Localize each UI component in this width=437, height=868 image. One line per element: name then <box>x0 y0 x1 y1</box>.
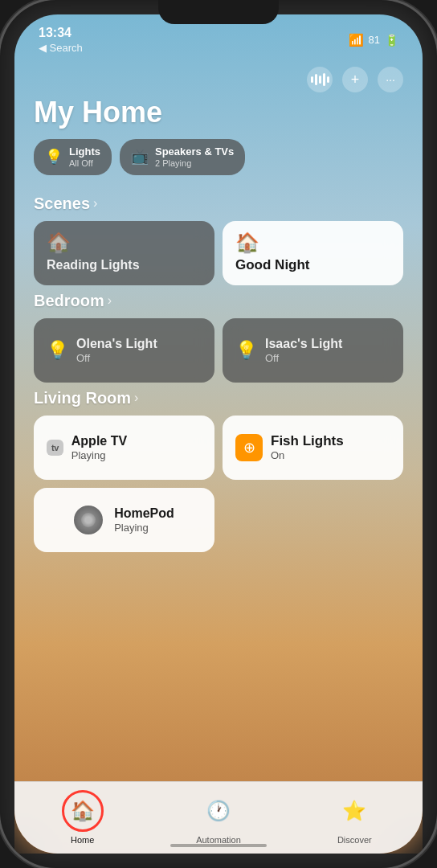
living-room-section-header[interactable]: Living Room › <box>14 383 423 416</box>
add-button[interactable]: + <box>342 67 368 92</box>
waveform-button[interactable] <box>307 67 333 92</box>
notch <box>158 0 279 24</box>
speakers-quick-btn[interactable]: 📺 Speakers & TVs 2 Playing <box>120 139 245 175</box>
discover-tab-label: Discover <box>337 835 372 845</box>
tab-discover[interactable]: ⭐ Discover <box>326 790 382 845</box>
apple-tv-name: Apple TV <box>71 433 127 448</box>
olenas-text: Olena's Light Off <box>76 336 157 364</box>
isaacs-light-card[interactable]: 💡 Isaac's Light Off <box>223 318 403 383</box>
automation-tab-icon-wrap: 🕐 <box>198 790 239 832</box>
olenas-inline: 💡 Olena's Light Off <box>47 336 202 364</box>
page-title: My Home <box>14 92 423 139</box>
living-room-title: Living Room <box>34 389 131 407</box>
scroll-content[interactable]: 13:34 ◀ Search 📶 81 🔋 <box>14 14 423 781</box>
homepod-inner <box>81 513 96 527</box>
speakers-sub: 2 Playing <box>155 158 234 169</box>
status-time: 13:34 <box>39 26 83 40</box>
isaacs-text: Isaac's Light Off <box>265 336 342 364</box>
lights-label: Lights <box>69 145 100 158</box>
good-night-header: 🏠 <box>235 233 390 252</box>
discover-icon: ⭐ <box>342 800 366 822</box>
apple-tv-status: Playing <box>71 449 127 462</box>
apple-tv-inline: tv Apple TV Playing <box>47 433 202 461</box>
phone-screen: 13:34 ◀ Search 📶 81 🔋 <box>14 14 423 854</box>
bedroom-title: Bedroom <box>34 292 104 310</box>
add-icon: + <box>351 72 360 88</box>
bedroom-grid: 💡 Olena's Light Off 💡 Isaac's Light Off <box>14 318 423 383</box>
speakers-btn-text: Speakers & TVs 2 Playing <box>155 145 234 169</box>
lights-btn-text: Lights All Off <box>69 145 100 169</box>
more-button[interactable]: ··· <box>378 67 403 92</box>
tab-bar: 🏠 Home 🕐 Automation ⭐ Discover <box>14 781 423 854</box>
home-icon: 🏠 <box>71 800 95 822</box>
waveform-icon <box>311 72 329 87</box>
homepod-icon <box>74 506 103 534</box>
status-icons: 📶 81 🔋 <box>349 33 398 47</box>
reading-lights-card[interactable]: 🏠 Reading Lights <box>34 221 214 285</box>
good-night-card[interactable]: 🏠 Good Night <box>223 221 403 285</box>
reading-lights-icon: 🏠 <box>47 233 71 252</box>
scenes-grid: 🏠 Reading Lights 🏠 Good Night <box>14 221 423 285</box>
olenas-name: Olena's Light <box>76 336 157 351</box>
home-tab-icon-wrap: 🏠 <box>62 790 104 832</box>
automation-icon: 🕐 <box>206 800 231 822</box>
tab-automation[interactable]: 🕐 Automation <box>190 790 247 845</box>
header-controls: + ··· <box>307 67 403 92</box>
home-indicator <box>170 844 267 847</box>
isaacs-inline: 💡 Isaac's Light Off <box>235 336 390 364</box>
homepod-status: Playing <box>114 522 174 534</box>
fish-lights-card[interactable]: ⊕ Fish Lights On <box>223 416 403 480</box>
scenes-chevron: › <box>93 196 97 211</box>
quick-buttons-row: 💡 Lights All Off 📺 Speakers & TVs 2 Play… <box>14 139 423 188</box>
scenes-section-header[interactable]: Scenes › <box>14 188 423 221</box>
homepod-card[interactable]: HomePod Playing <box>34 488 214 552</box>
reading-lights-name: Reading Lights <box>47 257 202 272</box>
back-button[interactable]: ◀ Search <box>39 42 83 54</box>
fish-lights-inline: ⊕ Fish Lights On <box>235 433 390 462</box>
more-icon: ··· <box>386 73 395 86</box>
good-night-name: Good Night <box>235 257 390 273</box>
reading-lights-header: 🏠 <box>47 233 202 252</box>
isaacs-status: Off <box>265 352 342 365</box>
olenas-icon: 💡 <box>47 342 68 359</box>
apple-tv-card[interactable]: tv Apple TV Playing <box>34 416 214 480</box>
lights-quick-btn[interactable]: 💡 Lights All Off <box>34 139 112 175</box>
apple-tv-icon: tv <box>47 440 63 456</box>
tab-home[interactable]: 🏠 Home <box>55 790 111 845</box>
good-night-icon: 🏠 <box>235 233 259 252</box>
header-area: + ··· <box>14 54 423 92</box>
fish-lights-name: Fish Lights <box>271 433 344 449</box>
scenes-title: Scenes <box>34 194 90 213</box>
olenas-light-card[interactable]: 💡 Olena's Light Off <box>34 318 214 383</box>
speakers-icon: 📺 <box>131 148 149 166</box>
homepod-row: HomePod Playing <box>14 480 423 568</box>
fish-lights-status: On <box>271 449 344 462</box>
fish-lights-icon: ⊕ <box>235 434 263 461</box>
isaacs-name: Isaac's Light <box>265 336 342 351</box>
homepod-text: HomePod Playing <box>114 506 174 534</box>
bedroom-section-header[interactable]: Bedroom › <box>14 285 423 318</box>
phone-frame: 13:34 ◀ Search 📶 81 🔋 <box>0 0 437 868</box>
living-room-chevron: › <box>134 391 138 405</box>
bedroom-chevron: › <box>108 293 112 308</box>
battery-text: 81 <box>369 34 380 46</box>
home-tab-label: Home <box>71 835 94 845</box>
lights-icon: 💡 <box>45 148 63 166</box>
homepod-name: HomePod <box>114 506 174 521</box>
battery-icon: 🔋 <box>385 34 398 47</box>
olenas-status: Off <box>76 352 157 365</box>
fish-lights-text: Fish Lights On <box>271 433 344 462</box>
discover-tab-icon-wrap: ⭐ <box>333 790 375 832</box>
lights-sub: All Off <box>69 158 100 169</box>
living-room-grid-top: tv Apple TV Playing ⊕ Fish Lights On <box>14 416 423 480</box>
apple-tv-text: Apple TV Playing <box>71 433 127 461</box>
wifi-icon: 📶 <box>349 33 364 47</box>
isaacs-icon: 💡 <box>235 342 257 359</box>
speakers-label: Speakers & TVs <box>155 145 234 158</box>
